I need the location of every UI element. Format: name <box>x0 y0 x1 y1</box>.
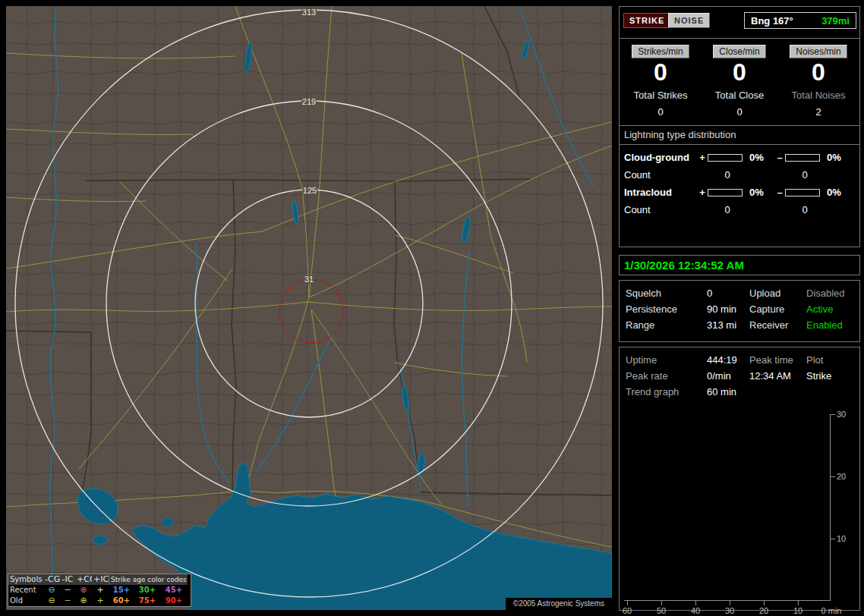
trend-box: Uptime 444:19 Peak time Plot Peak rate 0… <box>619 347 860 611</box>
capture-status: Active <box>806 303 853 315</box>
status-row: Persistence 90 min Capture Active <box>626 302 853 318</box>
distribution-grid: Cloud-ground + 0% – 0% Count 0 0 Intracl… <box>620 145 859 215</box>
x-tick <box>798 601 799 605</box>
persistence-value: 90 min <box>707 303 749 315</box>
ic-count-label: Count <box>624 204 697 215</box>
ic-plus-count: 0 <box>708 204 747 215</box>
capture-label: Capture <box>749 303 806 315</box>
trend-chart: 30 20 10 60 50 40 30 20 10 0 min <box>624 414 831 601</box>
age-15: 15+ <box>109 585 134 596</box>
legend-row-recent-label: Recent <box>8 585 43 596</box>
cg-minus-count: 0 <box>785 169 825 181</box>
ring-label-219: 219 <box>302 97 316 106</box>
ic-minus-percent: 0% <box>825 187 852 198</box>
close-per-min-column: Close/min 0 Total Close 0 <box>700 45 779 118</box>
trend-window-value: 60 min <box>707 386 749 398</box>
legend-age-header: Strike age color codes <box>109 574 188 585</box>
strikes-per-min-column: Strikes/min 0 Total Strikes 0 <box>621 45 700 118</box>
bearing-range-value: 379mi <box>821 15 850 27</box>
copyright-text: ©2005 Astrogenic Systems <box>506 598 612 610</box>
cg-pos-recent-icon: ⊕ <box>75 585 92 596</box>
x-tick <box>627 601 628 605</box>
plot-value: Strike <box>806 370 853 382</box>
x-tick-label: 20 <box>749 606 779 615</box>
intracloud-label: Intracloud <box>624 187 697 198</box>
datetime-display: 1/30/2026 12:34:52 AM <box>620 256 859 275</box>
persistence-label: Persistence <box>626 303 707 315</box>
ic-plus-bar <box>708 189 743 196</box>
ic-pos-old-icon: + <box>92 596 109 606</box>
total-noises-value: 2 <box>779 106 858 118</box>
cloud-ground-label: Cloud-ground <box>624 152 697 163</box>
y-tick-label: 30 <box>837 410 850 419</box>
x-tick <box>661 601 662 605</box>
noise-mode-button[interactable]: NOISE <box>668 13 710 28</box>
status-row: Squelch 0 Upload Disabled <box>626 286 853 302</box>
peak-time-label: Peak time <box>749 354 806 366</box>
close-per-min-button[interactable]: Close/min <box>713 45 765 58</box>
squelch-value: 0 <box>707 288 749 299</box>
noises-per-min-column: Noises/min 0 Total Noises 2 <box>779 45 858 118</box>
peak-rate-value: 0/min <box>707 370 749 382</box>
cg-neg-recent-icon: ⊖ <box>43 585 60 596</box>
ring-label-313: 313 <box>302 8 316 17</box>
total-strikes-label: Total Strikes <box>621 90 700 101</box>
legend-col-cg-neg: -CG <box>43 574 60 585</box>
stats-row: Peak rate 0/min 12:34 AM Strike <box>626 369 853 385</box>
y-tick <box>830 539 835 539</box>
age-90: 90+ <box>160 596 188 606</box>
legend-col-cg-pos: +CG <box>75 574 92 585</box>
uptime-label: Uptime <box>626 354 707 366</box>
strikes-per-min-value: 0 <box>621 59 700 85</box>
status-box: Squelch 0 Upload Disabled Persistence 90… <box>619 280 860 342</box>
stats-row: Uptime 444:19 Peak time Plot <box>626 353 853 369</box>
counters-box: STRIKE NOISE Bng 167° 379mi Strikes/min … <box>619 6 860 247</box>
map-legend: Symbols -CG -IC +CG +IC Strike age color… <box>8 574 191 607</box>
side-panel: STRIKE NOISE Bng 167° 379mi Strikes/min … <box>619 0 864 616</box>
cg-plus-count: 0 <box>708 169 747 181</box>
receiver-label: Receiver <box>749 319 806 331</box>
plus-sign: + <box>697 152 708 163</box>
datetime-box: 1/30/2026 12:34:52 AM <box>619 255 860 275</box>
total-close-value: 0 <box>700 106 779 118</box>
ic-neg-old-icon: − <box>60 596 75 606</box>
cg-pos-old-icon: ⊕ <box>75 596 92 606</box>
cg-neg-old-icon: ⊖ <box>43 596 60 606</box>
close-per-min-value: 0 <box>700 59 779 85</box>
cg-plus-percent: 0% <box>747 152 774 163</box>
range-value: 313 mi <box>707 319 749 331</box>
range-label: Range <box>626 319 707 331</box>
strike-map[interactable]: 313 219 125 31 Symbols -CG -IC +CG +IC S… <box>6 6 612 610</box>
x-tick-label: 10 <box>783 606 813 615</box>
x-tick-label: 50 <box>646 606 676 615</box>
ic-minus-bar <box>785 189 820 196</box>
strikes-per-min-button[interactable]: Strikes/min <box>632 45 689 58</box>
peak-rate-label: Peak rate <box>626 370 707 382</box>
x-tick <box>730 601 730 605</box>
bearing-label: Bng 167° <box>751 15 793 27</box>
x-tick <box>695 601 696 605</box>
y-tick <box>830 476 835 477</box>
total-noises-label: Total Noises <box>779 90 858 101</box>
minus-sign: – <box>774 152 785 163</box>
rates-row: Strikes/min 0 Total Strikes 0 Close/min … <box>620 39 859 118</box>
total-strikes-value: 0 <box>621 106 700 118</box>
mode-header-row: STRIKE NOISE Bng 167° 379mi <box>620 7 859 39</box>
lightning-distribution-section: Lightning type distribution Cloud-ground… <box>620 125 859 215</box>
age-45: 45+ <box>160 585 188 596</box>
plot-label: Plot <box>806 354 853 366</box>
ic-plus-percent: 0% <box>747 187 774 198</box>
cg-plus-bar <box>708 154 743 162</box>
legend-col-ic-pos: +IC <box>92 574 109 585</box>
ic-neg-recent-icon: − <box>60 585 75 596</box>
plus-sign: + <box>697 187 708 198</box>
total-close-label: Total Close <box>700 90 779 101</box>
x-tick-label: 0 min <box>816 606 847 615</box>
uptime-value: 444:19 <box>707 354 749 366</box>
strike-mode-button[interactable]: STRIKE <box>623 13 670 28</box>
y-tick-label: 10 <box>837 534 850 543</box>
y-tick-label: 20 <box>837 472 850 481</box>
noises-per-min-button[interactable]: Noises/min <box>790 45 847 58</box>
noises-per-min-value: 0 <box>779 59 858 85</box>
upload-label: Upload <box>749 288 806 299</box>
